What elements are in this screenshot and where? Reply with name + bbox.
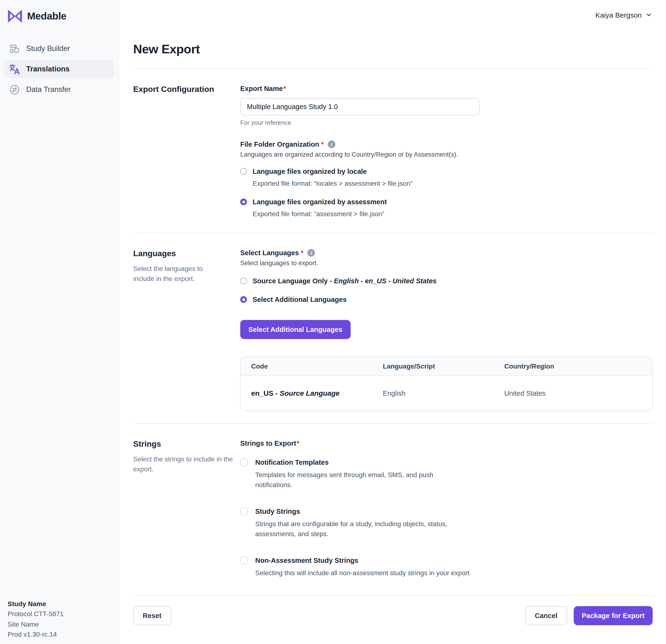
- table-row: en_US - Source Language English United S…: [241, 375, 652, 410]
- sidebar-item-study-builder[interactable]: Study Builder: [4, 39, 114, 57]
- table-header-row: Code Language/Script Country/Region: [241, 357, 652, 375]
- select-languages-help: Select languages to export.: [240, 259, 653, 267]
- sidebar-item-translations[interactable]: Translations: [4, 60, 114, 78]
- select-languages-label: Select Languages* i: [240, 249, 653, 257]
- radio-circle: [240, 277, 247, 284]
- radio-organized-by-locale[interactable]: Language files organized by locale: [240, 168, 367, 175]
- cell-code: en_US - Source Language: [241, 375, 372, 410]
- select-additional-languages-button[interactable]: Select Additional Languages: [240, 320, 350, 339]
- user-menu[interactable]: Kaiya Bergson: [595, 11, 652, 19]
- required-asterisk: *: [321, 140, 324, 148]
- section-title: Languages: [133, 249, 240, 258]
- translate-icon: [8, 63, 20, 75]
- info-icon[interactable]: i: [307, 249, 315, 257]
- section-title: Export Configuration: [133, 85, 240, 94]
- reset-button[interactable]: Reset: [133, 606, 171, 625]
- required-asterisk: *: [301, 249, 303, 257]
- radio-source-language-only[interactable]: Source Language Only - English - en_US -…: [240, 277, 436, 285]
- checkbox-description: Templates for messages sent through emai…: [255, 470, 455, 490]
- sidebar-item-label: Data Transfer: [26, 85, 71, 94]
- section-languages: Languages Select the languages to includ…: [133, 233, 653, 411]
- radio-circle: [240, 168, 247, 175]
- page-content: New Export Export Configuration Export N…: [119, 42, 666, 625]
- checkbox-box: [240, 459, 248, 466]
- radio-circle: [240, 296, 247, 303]
- checkbox-non-assessment-study-strings[interactable]: Non-Assessment Study Strings: [240, 557, 358, 564]
- protocol-id: Protocol CTT-5871: [7, 609, 64, 619]
- file-folder-organization-help: Languages are organized according to Cou…: [240, 151, 653, 158]
- section-export-configuration: Export Configuration Export Name* For yo…: [133, 69, 653, 218]
- export-name-helper: For your reference: [240, 119, 653, 126]
- package-for-export-button[interactable]: Package for Export: [574, 606, 653, 625]
- section-description: Select the languages to include in the e…: [133, 264, 214, 283]
- file-folder-organization-label: File Folder Organization* i: [240, 140, 653, 148]
- checkbox-study-strings[interactable]: Study Strings: [240, 508, 300, 515]
- cell-country: United States: [494, 375, 652, 410]
- export-name-input[interactable]: [240, 98, 479, 115]
- page-title: New Export: [133, 42, 653, 57]
- study-name: Study Name: [7, 599, 64, 609]
- brand-name: Medable: [27, 11, 66, 22]
- app-window: Medable Study Builder: [0, 0, 666, 644]
- main-area: Kaiya Bergson New Export Export Configur…: [119, 0, 666, 625]
- checkbox-box: [240, 557, 248, 564]
- checkbox-description: Selecting this will include all non-asse…: [255, 568, 479, 578]
- radio-organized-by-assessment[interactable]: Language files organized by assessment: [240, 198, 387, 206]
- checkbox-item-non-assessment-study-strings: Non-Assessment Study Strings Selecting t…: [240, 557, 653, 578]
- chevron-down-icon: [646, 12, 652, 18]
- column-header-country-region: Country/Region: [494, 357, 652, 375]
- required-asterisk: *: [283, 85, 286, 92]
- cancel-button[interactable]: Cancel: [525, 606, 567, 625]
- cell-language: English: [372, 375, 494, 410]
- site-name: Site Name: [7, 619, 64, 629]
- info-icon[interactable]: i: [328, 140, 335, 148]
- radio-assessment-description: Exported file format: “assessment > file…: [252, 210, 653, 218]
- topbar: Kaiya Bergson: [119, 0, 666, 30]
- column-header-language-script: Language/Script: [372, 357, 494, 375]
- sidebar-item-label: Translations: [26, 65, 70, 73]
- layout-grid-icon: [8, 43, 20, 55]
- languages-table: Code Language/Script Country/Region en_U…: [240, 356, 653, 411]
- radio-locale-description: Exported file format: “locales > assessm…: [252, 180, 653, 187]
- section-strings: Strings Select the strings to include in…: [133, 424, 653, 578]
- column-header-code: Code: [241, 357, 372, 375]
- checkbox-item-study-strings: Study Strings Strings that are configura…: [240, 508, 653, 539]
- export-name-label: Export Name*: [240, 85, 653, 92]
- brand-logo: Medable: [0, 0, 119, 23]
- checkbox-box: [240, 508, 248, 515]
- divider: [133, 595, 653, 596]
- checkbox-item-notification-templates: Notification Templates Templates for mes…: [240, 459, 653, 490]
- checkbox-description: Strings that are configurable for a stud…: [255, 519, 486, 539]
- environment-version: Prod v1.30-rc.14: [7, 629, 64, 640]
- section-title: Strings: [133, 440, 240, 449]
- medable-logo-icon: [7, 9, 23, 23]
- footer-actions: Reset Cancel Package for Export: [133, 606, 653, 625]
- sidebar-item-data-transfer[interactable]: Data Transfer: [4, 81, 114, 99]
- required-asterisk: *: [297, 440, 299, 447]
- strings-to-export-label: Strings to Export*: [240, 440, 653, 447]
- sidebar-nav: Study Builder Translations: [0, 39, 119, 99]
- sidebar-item-label: Study Builder: [26, 44, 70, 53]
- radio-circle: [240, 199, 247, 205]
- checkbox-notification-templates[interactable]: Notification Templates: [240, 459, 329, 466]
- transfer-arrows-icon: [8, 83, 20, 96]
- section-description: Select the strings to include in the exp…: [133, 454, 235, 474]
- sidebar: Medable Study Builder: [0, 0, 119, 644]
- study-context-info: Study Name Protocol CTT-5871 Site Name P…: [7, 599, 64, 640]
- radio-select-additional-languages[interactable]: Select Additional Languages: [240, 296, 347, 303]
- user-name: Kaiya Bergson: [595, 11, 642, 19]
